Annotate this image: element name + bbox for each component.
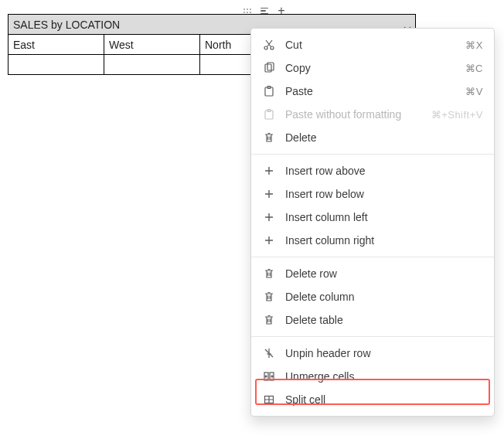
menu-item-split-cell[interactable]: Split cell bbox=[251, 388, 494, 411]
menu-item-insert-row-below[interactable]: Insert row below bbox=[251, 182, 494, 206]
menu-label: Insert row below bbox=[285, 188, 483, 200]
menu-shortcut: ⌘C bbox=[465, 63, 483, 74]
svg-point-0 bbox=[264, 46, 267, 49]
menu-label: Delete table bbox=[285, 314, 483, 326]
col-east[interactable]: East bbox=[9, 35, 104, 55]
menu-item-insert-column-left[interactable]: Insert column left bbox=[251, 206, 494, 229]
menu-label: Delete column bbox=[285, 291, 483, 303]
menu-label: Paste without formatting bbox=[285, 108, 431, 121]
menu-label: Paste bbox=[285, 85, 465, 97]
trash-icon bbox=[262, 267, 276, 281]
plus-icon bbox=[262, 210, 276, 224]
svg-point-1 bbox=[271, 46, 274, 49]
cell[interactable] bbox=[104, 55, 200, 75]
menu-item-delete-table[interactable]: Delete table bbox=[251, 308, 494, 332]
copy-icon bbox=[262, 61, 276, 75]
menu-item-delete[interactable]: Delete bbox=[251, 126, 494, 149]
menu-separator bbox=[251, 336, 494, 337]
menu-item-delete-row[interactable]: Delete row bbox=[251, 262, 494, 285]
menu-item-delete-column[interactable]: Delete column bbox=[251, 285, 494, 308]
trash-icon bbox=[262, 290, 276, 304]
menu-label: Insert column left bbox=[285, 211, 483, 223]
paste-icon bbox=[262, 107, 276, 121]
menu-label: Insert column right bbox=[285, 234, 483, 247]
trash-icon bbox=[262, 131, 276, 145]
menu-item-unpin-header-row[interactable]: Unpin header row bbox=[251, 342, 494, 365]
context-menu: Cut ⌘X Copy ⌘C Paste ⌘V Paste without fo… bbox=[250, 28, 495, 417]
cell[interactable] bbox=[9, 55, 104, 75]
menu-label: Split cell bbox=[285, 393, 483, 406]
menu-separator bbox=[251, 257, 494, 257]
menu-item-paste-without-formatting: Paste without formatting ⌘+Shift+V bbox=[251, 103, 494, 126]
menu-item-paste[interactable]: Paste ⌘V bbox=[251, 80, 494, 103]
menu-label: Delete bbox=[285, 131, 483, 144]
menu-label: Cut bbox=[285, 39, 465, 51]
menu-shortcut: ⌘X bbox=[465, 39, 483, 51]
menu-shortcut: ⌘+Shift+V bbox=[431, 109, 483, 121]
plus-icon bbox=[262, 187, 276, 201]
trash-icon bbox=[262, 313, 276, 327]
menu-separator bbox=[251, 154, 494, 155]
menu-shortcut: ⌘V bbox=[465, 86, 483, 97]
menu-item-insert-row-above[interactable]: Insert row above bbox=[251, 159, 494, 182]
menu-item-cut[interactable]: Cut ⌘X bbox=[251, 33, 494, 56]
cut-icon bbox=[262, 38, 276, 52]
menu-item-unmerge-cells[interactable]: Unmerge cells bbox=[251, 365, 494, 388]
split-icon bbox=[262, 393, 276, 407]
col-west[interactable]: West bbox=[104, 35, 200, 55]
unmerge-icon bbox=[262, 369, 276, 383]
paste-icon bbox=[262, 84, 276, 98]
menu-label: Insert row above bbox=[285, 165, 483, 177]
plus-icon bbox=[262, 164, 276, 178]
menu-label: Unmerge cells bbox=[285, 370, 483, 383]
plus-icon bbox=[262, 233, 276, 247]
menu-item-copy[interactable]: Copy ⌘C bbox=[251, 56, 494, 80]
menu-label: Copy bbox=[285, 62, 465, 74]
menu-item-insert-column-right[interactable]: Insert column right bbox=[251, 229, 494, 252]
menu-label: Delete row bbox=[285, 267, 483, 280]
menu-label: Unpin header row bbox=[285, 347, 483, 359]
unpin-icon bbox=[262, 346, 276, 360]
